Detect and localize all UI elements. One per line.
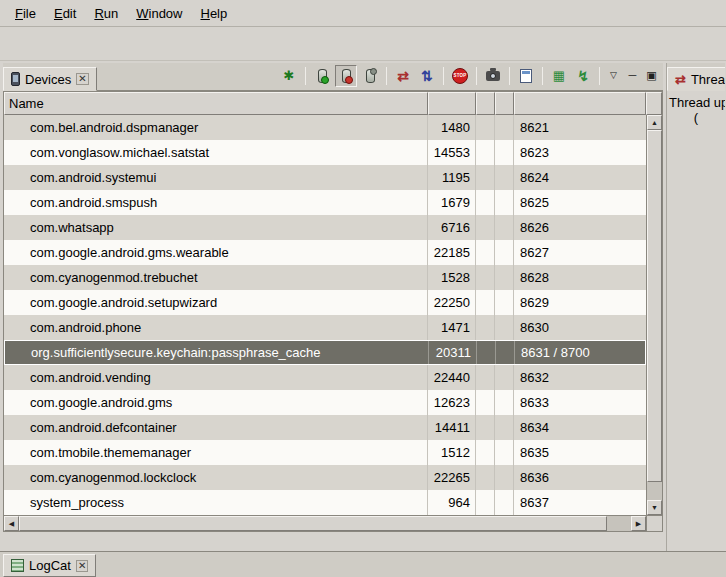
process-pid: 1480 xyxy=(428,115,476,140)
table-row[interactable]: com.android.vending224408632 xyxy=(4,365,646,390)
horizontal-scrollbar[interactable]: ◀ ▶ xyxy=(4,516,646,531)
devices-tabbar: Devices ✕ ✱ ⇄ ⇅ STOP xyxy=(3,63,663,91)
scroll-left-button[interactable]: ◀ xyxy=(4,516,19,531)
horizontal-scroll-track[interactable] xyxy=(19,516,631,531)
table-row[interactable]: com.google.android.gms126238633 xyxy=(4,390,646,415)
empty-cell xyxy=(476,465,495,490)
process-pid: 22265 xyxy=(428,465,476,490)
table-row[interactable]: com.android.defcontainer144118634 xyxy=(4,415,646,440)
empty-cell xyxy=(476,190,495,215)
table-row[interactable]: com.tmobile.thememanager15128635 xyxy=(4,440,646,465)
update-heap-icon[interactable] xyxy=(311,65,333,87)
horizontal-scroll-thumb[interactable] xyxy=(19,516,607,531)
process-port: 8624 xyxy=(514,165,646,190)
process-pid: 22440 xyxy=(428,365,476,390)
empty-cell xyxy=(495,140,514,165)
column-header-empty[interactable] xyxy=(476,92,495,115)
tab-devices[interactable]: Devices ✕ xyxy=(3,67,97,91)
scrollbar-corner xyxy=(646,516,662,531)
vertical-scroll-track[interactable] xyxy=(647,130,662,500)
process-name: com.android.systemui xyxy=(4,165,428,190)
toolbar-separator xyxy=(509,67,510,85)
scroll-up-button[interactable]: ▲ xyxy=(647,115,662,130)
debug-process-icon[interactable]: ✱ xyxy=(278,65,300,87)
column-header-pid[interactable] xyxy=(428,92,476,115)
empty-cell xyxy=(476,115,495,140)
threads-panel: ⇄ Threads Thread up ( xyxy=(666,63,725,551)
table-row[interactable]: com.bel.android.dspmanager14808621 xyxy=(4,115,646,140)
process-pid: 1512 xyxy=(428,440,476,465)
process-name: com.android.vending xyxy=(4,365,428,390)
update-threads-icon[interactable]: ⇄ xyxy=(392,65,414,87)
tab-devices-label: Devices xyxy=(25,72,71,87)
menu-window[interactable]: Window xyxy=(127,3,191,24)
process-name: com.google.android.gms.wearable xyxy=(4,240,428,265)
toolbar-separator xyxy=(386,67,387,85)
process-port: 8627 xyxy=(514,240,646,265)
process-port: 8625 xyxy=(514,190,646,215)
opengl-trace-icon[interactable]: ↯ xyxy=(572,65,594,87)
menu-run[interactable]: Run xyxy=(85,3,127,24)
menu-file[interactable]: File xyxy=(6,3,45,24)
dump-hprof-icon[interactable] xyxy=(335,65,357,87)
toolbar-separator xyxy=(305,67,306,85)
close-icon[interactable]: ✕ xyxy=(76,73,88,85)
table-row[interactable]: com.whatsapp67168626 xyxy=(4,215,646,240)
devices-table-viewport: com.bel.android.dspmanager14808621com.vo… xyxy=(4,115,662,515)
empty-cell xyxy=(476,290,495,315)
menu-help[interactable]: Help xyxy=(191,3,236,24)
table-row[interactable]: com.android.systemui11958624 xyxy=(4,165,646,190)
empty-cell xyxy=(495,190,514,215)
process-pid: 14553 xyxy=(428,140,476,165)
empty-cell xyxy=(476,265,495,290)
minimize-view-icon[interactable]: ─ xyxy=(624,65,641,87)
table-row[interactable]: com.vonglasow.michael.satstat145538623 xyxy=(4,140,646,165)
process-name: com.tmobile.thememanager xyxy=(4,440,428,465)
tab-logcat[interactable]: LogCat ✕ xyxy=(3,554,96,577)
cause-gc-icon[interactable] xyxy=(359,65,381,87)
column-header-port[interactable] xyxy=(514,92,646,115)
screen-capture-icon[interactable] xyxy=(482,65,504,87)
threads-message: Thread up ( xyxy=(667,91,725,551)
scroll-right-button[interactable]: ▶ xyxy=(631,516,646,531)
scroll-down-button[interactable]: ▼ xyxy=(647,500,662,515)
process-name: org.sufficientlysecure.keychain:passphra… xyxy=(5,341,429,364)
empty-cell xyxy=(477,341,496,364)
process-port: 8634 xyxy=(514,415,646,440)
process-name: com.android.phone xyxy=(4,315,428,340)
empty-cell xyxy=(495,465,514,490)
process-port: 8628 xyxy=(514,265,646,290)
empty-cell xyxy=(495,115,514,140)
table-row[interactable]: com.android.phone14718630 xyxy=(4,315,646,340)
table-row[interactable]: com.cyanogenmod.lockclock222658636 xyxy=(4,465,646,490)
menubar: File Edit Run Window Help xyxy=(0,0,726,27)
table-row[interactable]: com.android.smspush16798625 xyxy=(4,190,646,215)
column-header-name[interactable]: Name xyxy=(4,92,428,115)
view-menu-icon[interactable]: ▽ xyxy=(605,65,622,87)
empty-cell xyxy=(476,415,495,440)
method-profiling-icon[interactable]: ⇅ xyxy=(416,65,438,87)
threads-icon: ⇄ xyxy=(675,73,686,86)
column-header-empty[interactable] xyxy=(495,92,514,115)
menu-edit[interactable]: Edit xyxy=(45,3,85,24)
table-row[interactable]: com.cyanogenmod.trebuchet15288628 xyxy=(4,265,646,290)
table-row[interactable]: org.sufficientlysecure.keychain:passphra… xyxy=(4,340,646,365)
systrace-icon[interactable]: ▦ xyxy=(548,65,570,87)
process-name: com.cyanogenmod.lockclock xyxy=(4,465,428,490)
stop-process-icon[interactable]: STOP xyxy=(449,65,471,87)
table-row[interactable]: com.google.android.setupwizard222508629 xyxy=(4,290,646,315)
process-port: 8633 xyxy=(514,390,646,415)
empty-cell xyxy=(476,315,495,340)
process-name: com.whatsapp xyxy=(4,215,428,240)
table-row[interactable]: system_process9648637 xyxy=(4,490,646,515)
close-icon[interactable]: ✕ xyxy=(76,560,88,572)
devices-table: Name com.bel.android.dspmanager14808621c… xyxy=(3,91,663,532)
tab-threads[interactable]: ⇄ Threads xyxy=(667,67,725,91)
empty-cell xyxy=(476,215,495,240)
vertical-scrollbar[interactable]: ▲ ▼ xyxy=(646,115,662,515)
vertical-scroll-thumb[interactable] xyxy=(647,130,662,482)
threads-message-line2: ( xyxy=(669,110,723,125)
hierarchy-view-icon[interactable] xyxy=(515,65,537,87)
table-row[interactable]: com.google.android.gms.wearable221858627 xyxy=(4,240,646,265)
maximize-view-icon[interactable]: ▣ xyxy=(643,65,660,87)
